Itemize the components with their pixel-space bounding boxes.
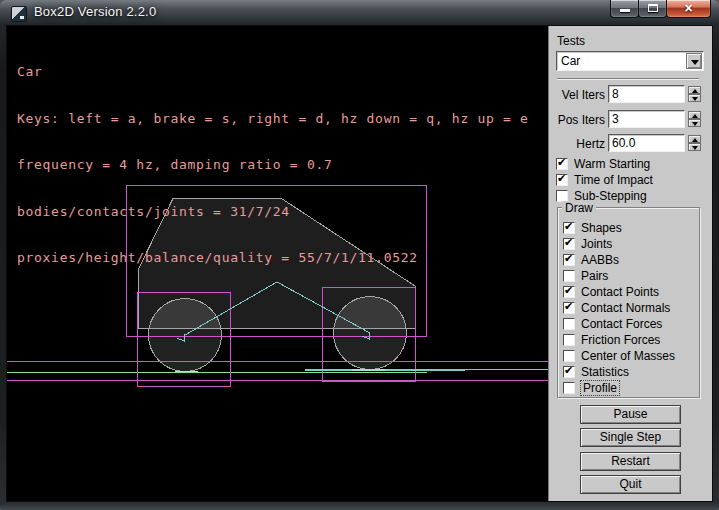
tests-dropdown-value: Car: [561, 54, 580, 68]
spinner-up-icon: [692, 138, 698, 142]
checkbox-joints[interactable]: ✔ Joints: [563, 237, 612, 250]
pairs-checkbox[interactable]: ✔: [563, 270, 575, 282]
check-icon: ✔: [557, 156, 566, 169]
hud-line-stats: bodies/contacts/joints = 31/7/24: [17, 204, 529, 220]
checkbox-contact-normals[interactable]: ✔ Contact Normals: [563, 301, 670, 314]
maximize-icon: [648, 4, 658, 12]
hertz-spinner: [688, 135, 701, 151]
check-icon: ✔: [564, 236, 573, 249]
checkbox-friction-forces[interactable]: ✔ Friction Forces: [563, 333, 660, 346]
pairs-label: Pairs: [581, 269, 608, 283]
hud-line-test-name: Car: [17, 64, 529, 80]
client-area: Car Keys: left = a, brake = s, right = d…: [7, 26, 712, 501]
minimize-button[interactable]: [610, 0, 639, 18]
spinner-down-icon: [692, 97, 698, 101]
checkbox-statistics[interactable]: ✔ Statistics: [563, 365, 629, 378]
check-icon: ✔: [564, 300, 573, 313]
tests-dropdown-button[interactable]: [686, 53, 702, 69]
checkbox-warm-starting[interactable]: ✔ Warm Starting: [556, 157, 650, 170]
checkbox-shapes[interactable]: ✔ Shapes: [563, 221, 622, 234]
profile-checkbox[interactable]: ✔: [563, 382, 575, 394]
joints-label: Joints: [581, 237, 612, 251]
tests-label: Tests: [557, 34, 585, 48]
app-icon: [11, 6, 27, 22]
tests-dropdown[interactable]: Car: [556, 51, 704, 71]
pause-button[interactable]: Pause: [580, 405, 681, 424]
shapes-checkbox[interactable]: ✔: [563, 222, 575, 234]
check-icon: ✔: [557, 172, 566, 185]
hud-line-frequency: frequency = 4 hz, damping ratio = 0.7: [17, 157, 529, 173]
hud-line-keys: Keys: left = a, brake = s, right = d, hz…: [17, 111, 529, 127]
window-title: Box2D Version 2.2.0: [34, 4, 156, 19]
contact-normals-label: Contact Normals: [581, 301, 670, 315]
aabbs-label: AABBs: [581, 253, 619, 267]
spinner-up-icon: [692, 89, 698, 93]
simulation-canvas[interactable]: Car Keys: left = a, brake = s, right = d…: [7, 26, 548, 501]
vel-iters-spinner: [688, 86, 701, 102]
chevron-down-icon: [691, 60, 699, 65]
pos-iters-label: Pos Iters: [549, 113, 605, 127]
close-icon: ×: [667, 0, 710, 16]
hertz-spin-up[interactable]: [688, 135, 701, 143]
spinner-down-icon: [692, 122, 698, 126]
vel-iters-input[interactable]: [608, 85, 685, 103]
hertz-label: Hertz: [549, 137, 605, 151]
checkbox-center-of-masses[interactable]: ✔ Center of Masses: [563, 349, 675, 362]
title-bar[interactable]: Box2D Version 2.2.0 ×: [0, 0, 719, 26]
pos-iters-spin-down[interactable]: [688, 119, 701, 127]
checkbox-contact-forces[interactable]: ✔ Contact Forces: [563, 317, 662, 330]
joints-checkbox[interactable]: ✔: [563, 238, 575, 250]
time-of-impact-label: Time of Impact: [574, 173, 653, 187]
checkbox-pairs[interactable]: ✔ Pairs: [563, 269, 608, 282]
spinner-up-icon: [692, 114, 698, 118]
sub-stepping-checkbox[interactable]: ✔: [556, 190, 568, 202]
separator: [557, 78, 699, 80]
spinner-down-icon: [692, 146, 698, 150]
vel-iters-spin-down[interactable]: [688, 94, 701, 102]
pos-iters-spin-up[interactable]: [688, 111, 701, 119]
checkbox-contact-points[interactable]: ✔ Contact Points: [563, 285, 659, 298]
window-controls: ×: [611, 0, 711, 18]
vel-iters-spin-up[interactable]: [688, 86, 701, 94]
contact-points-checkbox[interactable]: ✔: [563, 286, 575, 298]
quit-button[interactable]: Quit: [580, 475, 681, 494]
checkbox-profile[interactable]: ✔ Profile: [563, 381, 619, 394]
checkbox-time-of-impact[interactable]: ✔ Time of Impact: [556, 173, 653, 186]
check-icon: ✔: [564, 364, 573, 377]
center-of-masses-label: Center of Masses: [581, 349, 675, 363]
statistics-checkbox[interactable]: ✔: [563, 366, 575, 378]
pos-iters-input[interactable]: [608, 110, 685, 128]
hertz-spin-down[interactable]: [688, 143, 701, 151]
hud-line-proxies: proxies/height/balance/quality = 55/7/1/…: [17, 250, 529, 266]
contact-forces-label: Contact Forces: [581, 317, 662, 331]
pos-iters-spinner: [688, 111, 701, 127]
time-of-impact-checkbox[interactable]: ✔: [556, 174, 568, 186]
contact-forces-checkbox[interactable]: ✔: [563, 318, 575, 330]
contact-normals-checkbox[interactable]: ✔: [563, 302, 575, 314]
check-icon: ✔: [564, 220, 573, 233]
app-window: Box2D Version 2.2.0 × Car Keys: left = a…: [0, 0, 719, 510]
warm-starting-checkbox[interactable]: ✔: [556, 158, 568, 170]
close-button[interactable]: ×: [666, 0, 711, 18]
checkbox-aabbs[interactable]: ✔ AABBs: [563, 253, 619, 266]
minimize-icon: [620, 9, 630, 12]
vel-iters-label: Vel Iters: [549, 88, 605, 102]
single-step-button[interactable]: Single Step: [580, 428, 681, 447]
friction-forces-checkbox[interactable]: ✔: [563, 334, 575, 346]
maximize-button[interactable]: [638, 0, 667, 18]
control-panel: Tests Car Vel Iters Pos Iters: [548, 26, 712, 501]
warm-starting-label: Warm Starting: [574, 157, 650, 171]
hertz-input[interactable]: [608, 134, 685, 152]
aabbs-checkbox[interactable]: ✔: [563, 254, 575, 266]
check-icon: ✔: [564, 284, 573, 297]
check-icon: ✔: [564, 252, 573, 265]
friction-forces-label: Friction Forces: [581, 333, 660, 347]
draw-group-label: Draw: [562, 201, 596, 215]
statistics-label: Statistics: [581, 365, 629, 379]
profile-label: Profile: [581, 381, 619, 395]
shapes-label: Shapes: [581, 221, 622, 235]
center-of-masses-checkbox[interactable]: ✔: [563, 350, 575, 362]
hud-text: Car Keys: left = a, brake = s, right = d…: [17, 33, 529, 297]
contact-points-label: Contact Points: [581, 285, 659, 299]
restart-button[interactable]: Restart: [580, 452, 681, 471]
